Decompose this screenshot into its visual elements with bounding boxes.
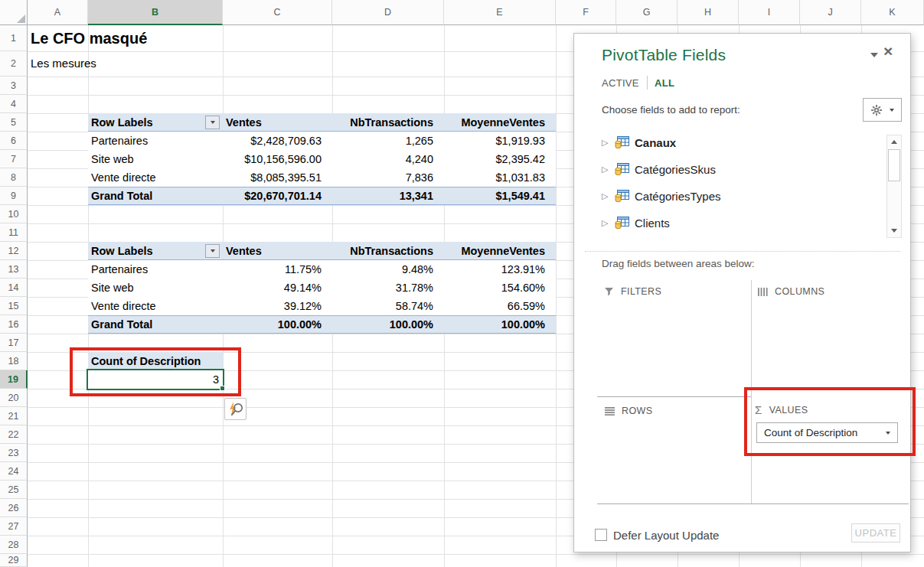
pivot-cell[interactable]: Vente directe (88, 168, 223, 187)
pivot-total-cell[interactable]: 100.00% (223, 316, 332, 333)
pivot-cell[interactable]: 39.12% (223, 297, 332, 315)
field-list-scrollbar[interactable] (886, 135, 902, 238)
row-labels-filter-button[interactable] (205, 244, 220, 258)
tab-active[interactable]: ACTIVE (602, 77, 639, 89)
row-header-23[interactable]: 23 (0, 444, 28, 462)
expand-arrow-icon[interactable]: ▷ (602, 191, 615, 201)
pivot-header-cell[interactable]: MoyenneVentes (444, 242, 556, 259)
row-header-14[interactable]: 14 (0, 279, 28, 297)
row-header-12[interactable]: 12 (0, 242, 28, 260)
row-header-29[interactable]: 29 (0, 554, 28, 567)
scrollbar-thumb[interactable] (888, 149, 900, 181)
pivot-cell[interactable]: 11.75% (223, 260, 332, 279)
pivot-cell[interactable]: 123.91% (444, 260, 556, 279)
pivot-cell[interactable]: Site web (88, 279, 223, 297)
quick-analysis-button[interactable] (224, 398, 247, 420)
pane-close-icon[interactable]: × (883, 42, 893, 60)
column-header-F[interactable]: F (556, 0, 616, 25)
row-header-25[interactable]: 25 (0, 481, 28, 499)
pivot-header-cell[interactable]: NbTransactions (332, 242, 444, 259)
expand-arrow-icon[interactable]: ▷ (602, 165, 615, 174)
row-header-22[interactable]: 22 (0, 425, 28, 444)
row-header-27[interactable]: 27 (0, 517, 28, 536)
row-header-11[interactable]: 11 (0, 223, 28, 242)
row-header-24[interactable]: 24 (0, 462, 28, 481)
pivot-header-cell[interactable]: Row Labels (88, 242, 223, 259)
defer-layout-checkbox[interactable] (595, 529, 607, 541)
column-header-E[interactable]: E (444, 0, 556, 25)
pivot-cell[interactable]: 58.74% (332, 297, 444, 315)
pivot-header-cell[interactable]: Ventes (223, 113, 332, 131)
pivot-cell[interactable]: 9.48% (332, 260, 444, 279)
field-item-clients[interactable]: ▷Clients (597, 210, 883, 236)
row-header-21[interactable]: 21 (0, 407, 28, 425)
row-header-19[interactable]: 19 (0, 370, 28, 389)
pivot-header-cell[interactable]: MoyenneVentes (444, 113, 556, 131)
row-header-5[interactable]: 5 (0, 113, 28, 132)
pivot-total-cell[interactable]: $1,549.41 (444, 187, 556, 204)
row-header-9[interactable]: 9 (0, 187, 28, 205)
cell-title[interactable]: Le CFO masqué (31, 30, 147, 47)
field-item-canaux[interactable]: ▷Canaux (597, 129, 883, 156)
cell-subtitle[interactable]: Les mesures (31, 57, 96, 70)
row-labels-filter-button[interactable] (205, 116, 220, 129)
pivot-cell[interactable]: 7,836 (332, 168, 444, 187)
pivot-header-cell[interactable]: Ventes (223, 242, 332, 259)
field-item-catégoriesskus[interactable]: ▷CatégoriesSkus (597, 156, 883, 183)
row-header-4[interactable]: 4 (0, 95, 28, 113)
row-header-17[interactable]: 17 (0, 334, 28, 352)
pivot-cell[interactable]: 4,240 (332, 150, 444, 168)
row-header-7[interactable]: 7 (0, 150, 28, 168)
row-header-8[interactable]: 8 (0, 168, 28, 187)
pivot-cell[interactable]: Partenaires (88, 132, 223, 150)
pivot-cell[interactable]: 49.14% (223, 279, 332, 297)
row-header-3[interactable]: 3 (0, 77, 28, 95)
row-header-18[interactable]: 18 (0, 352, 28, 370)
column-header-C[interactable]: C (223, 0, 332, 25)
pivot-cell[interactable]: $2,428,709.63 (223, 132, 332, 150)
pivot-cell[interactable]: Partenaires (88, 260, 223, 279)
pivot-total-cell[interactable]: 13,341 (332, 187, 444, 204)
row-header-26[interactable]: 26 (0, 499, 28, 517)
pivot-cell[interactable]: Vente directe (88, 297, 223, 315)
pivot-cell[interactable]: 66.59% (444, 297, 556, 315)
column-header-H[interactable]: H (677, 0, 739, 25)
row-header-6[interactable]: 6 (0, 132, 28, 150)
update-button[interactable]: UPDATE (851, 523, 900, 543)
pivot-cell[interactable]: 31.78% (332, 279, 444, 297)
column-header-G[interactable]: G (616, 0, 677, 25)
row-header-20[interactable]: 20 (0, 389, 28, 407)
expand-arrow-icon[interactable]: ▷ (602, 138, 615, 148)
field-item-catégoriestypes[interactable]: ▷CatégoriesTypes (597, 183, 883, 210)
pivot-total-cell[interactable]: 100.00% (332, 316, 444, 333)
pivot-cell[interactable]: $10,156,596.00 (223, 150, 332, 168)
pivot-total-cell[interactable]: 100.00% (444, 316, 556, 333)
scrollbar-up-button[interactable] (887, 135, 901, 148)
expand-arrow-icon[interactable]: ▷ (602, 218, 615, 228)
pivot-cell[interactable]: $1,919.93 (444, 132, 556, 150)
pivot-total-cell[interactable]: Grand Total (88, 187, 223, 204)
column-header-I[interactable]: I (739, 0, 800, 25)
pivot-total-cell[interactable]: Grand Total (88, 316, 223, 333)
row-header-1[interactable]: 1 (0, 25, 28, 51)
pane-options-chevron-icon[interactable] (868, 50, 880, 60)
row-header-28[interactable]: 28 (0, 536, 28, 554)
row-header-10[interactable]: 10 (0, 205, 28, 223)
column-header-A[interactable]: A (28, 0, 88, 25)
tab-all[interactable]: ALL (655, 77, 674, 89)
pivot-cell[interactable]: $8,085,395.51 (223, 168, 332, 187)
row-header-16[interactable]: 16 (0, 315, 28, 334)
pivot-total-cell[interactable]: $20,670,701.14 (223, 187, 332, 204)
pivot-cell[interactable]: Site web (88, 150, 223, 168)
row-header-15[interactable]: 15 (0, 297, 28, 315)
tools-gear-button[interactable] (863, 98, 902, 122)
pivot-header-cell[interactable]: Row Labels (88, 113, 223, 131)
pivot-header-cell[interactable]: NbTransactions (332, 113, 444, 131)
pivot-cell[interactable]: 1,265 (332, 132, 444, 150)
pivot-cell[interactable]: $1,031.83 (444, 168, 556, 187)
pivot-cell[interactable]: 154.60% (444, 279, 556, 297)
column-header-J[interactable]: J (800, 0, 861, 25)
column-header-D[interactable]: D (332, 0, 444, 25)
row-header-13[interactable]: 13 (0, 260, 28, 279)
select-all-corner[interactable] (0, 0, 28, 25)
